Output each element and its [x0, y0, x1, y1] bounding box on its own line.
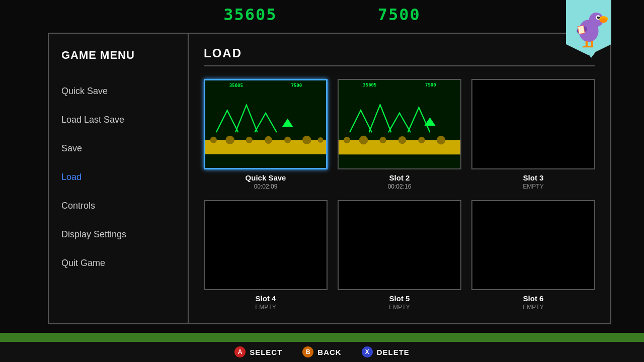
svg-point-20 — [284, 137, 291, 143]
load-title: LOAD — [204, 46, 595, 66]
svg-point-26 — [359, 136, 368, 145]
save-slot-5[interactable]: Slot 5 EMPTY — [338, 200, 461, 311]
menu-item-load-last-save[interactable]: Load Last Save — [61, 106, 175, 134]
slot-preview-2: 35605 7500 — [338, 79, 461, 169]
menu-title: GAME MENU — [61, 49, 175, 62]
slot-name-quicksave: Quick Save — [246, 173, 286, 182]
btn-select-label: SELECT — [250, 348, 282, 356]
save-slot-2[interactable]: 35605 7500 — [338, 79, 461, 190]
save-slot-6[interactable]: Slot 6 EMPTY — [471, 200, 595, 311]
slot-empty-3: EMPTY — [523, 183, 543, 190]
slot-empty-6: EMPTY — [523, 304, 543, 311]
slots-row-2: Slot 4 EMPTY Slot 5 EMPTY Slot 6 EMPTY — [204, 200, 595, 311]
svg-point-16 — [210, 137, 217, 143]
slot-name-2: Slot 2 — [389, 173, 410, 182]
game-preview-quicksave: 35605 7500 — [205, 80, 326, 168]
slot-preview-5 — [338, 200, 461, 291]
control-delete: X DELETE — [362, 346, 410, 357]
svg-point-21 — [302, 136, 311, 144]
svg-point-17 — [225, 136, 234, 144]
control-back: B BACK — [302, 346, 341, 357]
btn-x-circle: X — [362, 346, 373, 357]
preview-game-svg-quicksave — [205, 80, 326, 168]
svg-rect-10 — [583, 46, 588, 48]
control-select: A SELECT — [234, 346, 282, 357]
save-slot-3[interactable]: Slot 3 EMPTY — [471, 79, 595, 190]
slot-empty-5: EMPTY — [389, 304, 410, 311]
mascot-dodo-icon — [569, 3, 609, 50]
svg-marker-14 — [282, 119, 293, 127]
bottom-strip — [0, 333, 644, 342]
svg-rect-9 — [591, 41, 593, 47]
svg-point-19 — [265, 136, 272, 144]
btn-b-label: B — [306, 348, 310, 355]
slots-row-1: 35605 7500 — [204, 79, 595, 190]
svg-point-18 — [246, 137, 253, 143]
slot-name-3: Slot 3 — [523, 173, 544, 182]
svg-point-3 — [600, 19, 607, 23]
svg-point-29 — [418, 137, 425, 143]
svg-point-27 — [379, 137, 386, 143]
mascot-arrow — [584, 48, 599, 58]
btn-a-label: A — [238, 348, 243, 355]
slot-name-5: Slot 5 — [389, 294, 410, 303]
svg-rect-11 — [588, 46, 593, 48]
controls-bar: A SELECT B BACK X DELETE — [0, 342, 644, 362]
slot-time-2: 00:02:16 — [388, 183, 412, 190]
slot-name-6: Slot 6 — [523, 294, 544, 303]
svg-point-22 — [318, 137, 324, 143]
svg-point-6 — [598, 16, 600, 18]
svg-point-30 — [437, 136, 446, 145]
menu-item-load[interactable]: Load — [61, 163, 175, 192]
mascot-container — [561, 0, 611, 60]
menu-items-list: Quick Save Load Last Save Save Load Cont… — [61, 77, 175, 278]
slot-preview-3 — [471, 79, 595, 169]
score-bar: 35605 7500 — [0, 5, 644, 24]
save-slot-quicksave[interactable]: 35605 7500 — [204, 79, 328, 190]
score-1: 35605 — [223, 5, 277, 24]
main-overlay: GAME MENU Quick Save Load Last Save Save… — [48, 33, 611, 324]
save-slot-4[interactable]: Slot 4 EMPTY — [204, 200, 328, 311]
svg-point-25 — [344, 137, 350, 143]
menu-item-controls[interactable]: Controls — [61, 192, 175, 220]
menu-item-display-settings[interactable]: Display Settings — [61, 220, 175, 249]
menu-item-save[interactable]: Save — [61, 134, 175, 163]
slot-empty-4: EMPTY — [255, 304, 276, 311]
btn-b-circle: B — [302, 346, 313, 357]
slot-preview-6 — [471, 200, 595, 291]
btn-x-label: X — [365, 348, 369, 355]
menu-item-quick-save[interactable]: Quick Save — [61, 77, 175, 106]
score-2: 7500 — [378, 5, 421, 24]
btn-delete-label: DELETE — [377, 348, 410, 356]
menu-panel: GAME MENU Quick Save Load Last Save Save… — [48, 33, 189, 324]
menu-item-quit-game[interactable]: Quit Game — [61, 249, 175, 278]
slots-container: 35605 7500 — [204, 79, 595, 311]
load-panel: LOAD 35605 7500 — [189, 33, 611, 324]
btn-a-circle: A — [234, 346, 246, 357]
preview-game-svg-2 — [339, 80, 460, 168]
slot-preview-4 — [204, 200, 328, 291]
svg-point-28 — [398, 136, 406, 144]
game-preview-2: 35605 7500 — [339, 80, 460, 168]
svg-rect-8 — [586, 41, 588, 47]
slot-preview-quicksave: 35605 7500 — [204, 79, 328, 169]
slot-time-quicksave: 00:02:09 — [254, 183, 278, 190]
slot-name-4: Slot 4 — [256, 294, 276, 303]
btn-back-label: BACK — [317, 348, 341, 356]
svg-marker-23 — [425, 118, 436, 126]
